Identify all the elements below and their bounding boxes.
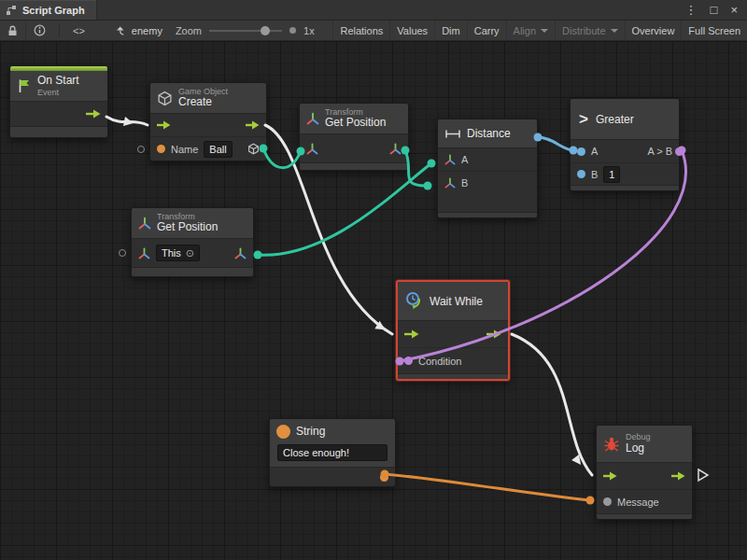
game-object-output-port[interactable] [247,143,260,155]
wire-getposition2-to-distance-a [258,163,431,255]
parent-graph-arrow-icon [115,26,126,35]
wait-clock-icon [404,291,424,311]
distribute-button-label: Distribute [562,25,605,36]
node-header: Wait While [398,282,508,321]
full-screen-button[interactable]: Full Screen [681,21,747,40]
zoom-slider[interactable] [209,26,282,35]
node-string[interactable]: String Close enough! [269,418,396,487]
cube-icon [157,91,173,106]
node-title: Greater [596,113,634,126]
node-subtitle: Event [37,88,79,97]
overview-button[interactable]: Overview [625,21,682,40]
zoom-slider-track[interactable] [209,30,282,32]
transform-input-port[interactable] [138,247,150,259]
input-port-a[interactable] [577,147,585,156]
window-close-icon[interactable]: × [730,4,738,16]
position-output-port[interactable] [389,143,402,155]
control-output-port[interactable] [86,109,101,119]
transform-icon [138,217,151,230]
unconnected-control-output-arrow [698,469,708,481]
bug-icon [603,436,620,453]
control-output-port[interactable] [246,120,260,130]
node-header: Transform Get Position [132,208,253,239]
zoom-value: 1x [303,25,315,36]
window-menu-icon[interactable]: ⋮ [685,4,698,16]
port-label: Name [171,144,198,155]
zoom-indicator-icon [289,27,296,34]
carry-button[interactable]: Carry [467,21,506,40]
dim-button[interactable]: Dim [434,21,467,40]
align-button[interactable]: Align [506,21,555,40]
graph-breadcrumb[interactable]: enemy [115,25,162,36]
unconnected-port-ring [137,146,145,153]
node-game-object-create[interactable]: Game Object Create Name Ball [149,82,267,161]
result-label: A > B [647,146,672,157]
graph-name: enemy [132,25,162,36]
b-value-field[interactable]: 1 [603,166,620,183]
wire-create-to-getposition1 [263,148,301,168]
node-header: Transform Get Position [300,104,408,134]
node-get-position-2[interactable]: Transform Get Position This ⊙ [131,207,254,277]
object-picker-icon[interactable]: ⊙ [186,246,194,259]
node-title: Get Position [157,221,218,234]
values-button[interactable]: Values [389,21,434,40]
condition-input-port[interactable] [404,357,413,365]
control-output-port[interactable] [486,329,501,339]
node-greater[interactable]: > Greater A A > B B 1 [570,98,680,191]
window-tab[interactable]: Script Graph [0,0,97,20]
dropdown-arrow-icon [611,29,618,33]
node-title: Distance [467,127,511,140]
node-on-start-event[interactable]: On Start Event [9,65,108,138]
distribute-button[interactable]: Distribute [555,21,624,40]
ruler-icon [444,129,461,139]
node-distance[interactable]: Distance A B [437,119,538,218]
node-header: String [270,419,395,443]
port-label: B [591,169,598,180]
script-graph-icon [6,5,17,16]
graph-canvas[interactable]: On Start Event Game Object Create [0,41,747,560]
toolbar-separator [59,24,60,37]
position-output-port[interactable] [234,247,247,259]
transform-input-port[interactable] [306,143,318,155]
window-maximize-icon[interactable]: □ [711,4,718,16]
node-title: Create [178,96,228,109]
info-button[interactable] [25,21,53,40]
input-port-b[interactable] [577,170,585,178]
result-output-port[interactable] [675,147,684,156]
message-input-port[interactable] [603,497,612,506]
control-output-port[interactable] [671,471,685,481]
node-wait-while[interactable]: Wait While Condition [396,280,510,381]
transform-icon [306,112,319,125]
node-title: Wait While [430,295,483,308]
node-get-position-1[interactable]: Transform Get Position [299,103,409,171]
node-footer [438,212,537,217]
node-title: On Start [37,75,79,88]
wire-onstart-to-create [106,117,148,125]
dropdown-arrow-icon [541,29,548,33]
lock-button[interactable] [0,21,25,40]
control-input-port[interactable] [603,471,617,481]
node-footer [132,267,253,276]
info-icon [34,24,46,36]
node-body-spacer [438,193,537,212]
name-input-port[interactable] [157,145,165,153]
string-output-port[interactable] [380,473,388,482]
port-label: Condition [418,356,461,367]
name-value-field[interactable]: Ball [204,141,232,158]
node-header: Debug Log [597,426,692,463]
port-label: A [591,146,598,157]
vector-input-port-b[interactable] [444,177,456,189]
target-object-field[interactable]: This ⊙ [156,245,200,261]
zoom-slider-thumb[interactable] [261,26,270,35]
port-label: B [461,177,468,189]
relations-button[interactable]: Relations [332,21,389,40]
control-input-port[interactable] [404,329,419,339]
source-code-button[interactable]: <> [65,21,92,40]
wire-string-to-log-message [385,474,590,500]
string-value-field[interactable]: Close enough! [277,444,388,461]
align-button-label: Align [514,25,536,36]
control-input-port[interactable] [157,120,171,130]
node-debug-log[interactable]: Debug Log Message [596,425,693,520]
title-bar: Script Graph ⋮ □ × [0,0,747,21]
vector-input-port-a[interactable] [444,154,456,165]
